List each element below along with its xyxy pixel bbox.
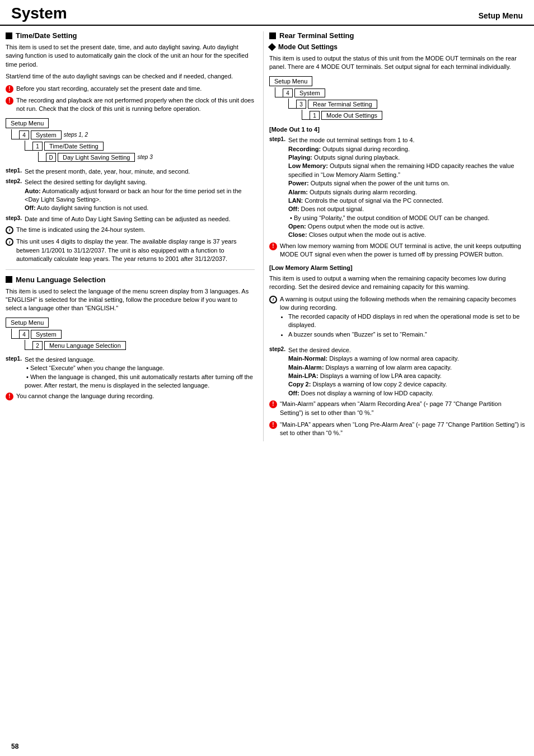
lang-step1-content: Set the desired language. • Select “Exec…	[25, 356, 255, 390]
step1-label: step1.	[6, 167, 22, 176]
mode-out-step1-content: Set the mode out terminal settings from …	[288, 136, 526, 240]
page-number: 58	[11, 743, 18, 750]
warning-icon-lm2: !	[269, 400, 277, 408]
time-date-note2: ! The recording and playback are not per…	[6, 96, 255, 114]
mode-out-step1: step1. Set the mode out terminal setting…	[269, 136, 526, 240]
step2-content: Select the desired setting for daylight …	[25, 178, 255, 213]
low-memory-note2-text: “Main-Alarm” appears when “Alarm Recordi…	[280, 400, 526, 417]
diag-menu-lang: Menu Language Selection	[44, 341, 126, 350]
mode-out-warning: ! When low memory warning from MODE OUT …	[269, 242, 526, 259]
time-note4: i This unit uses 4 digits to display the…	[6, 237, 255, 263]
diag-system-2: System	[31, 330, 62, 339]
diag-letter-d: D	[46, 153, 56, 162]
menu-language-heading: Menu Language Selection	[6, 276, 255, 284]
low-memory-note1-content: A warning is output using the following …	[280, 295, 526, 343]
diag-mode-out: Mode Out Settings	[321, 111, 382, 120]
rear-terminal-section: Rear Terminal Setting Mode Out Settings …	[269, 31, 526, 438]
time-note4-text: This unit uses 4 digits to display the y…	[16, 237, 255, 263]
diag-num-1b: 1	[310, 111, 320, 120]
low-memory-step2-num: step2.	[269, 346, 286, 398]
mode-out-step1-num: step1.	[269, 136, 286, 240]
steps-label-2: step 3	[137, 154, 152, 160]
time-note3: i The time is indicated using the 24-hou…	[6, 226, 255, 234]
step1-block: step1. Set the present month, date, year…	[6, 167, 255, 176]
mode-out-label: [Mode Out 1 to 4]	[269, 125, 526, 134]
low-memory-step2: step2. Set the desired device. Main-Norm…	[269, 346, 526, 398]
page-header: System Setup Menu	[0, 0, 534, 26]
lang-step1-label: step1.	[6, 356, 22, 390]
diag-num-1: 1	[32, 142, 43, 151]
rear-terminal-diagram: Setup Menu 4 System	[269, 76, 526, 121]
steps-label-1: steps 1, 2	[64, 132, 88, 138]
step2-block: step2. Select the desired setting for da…	[6, 178, 255, 213]
low-memory-note2: ! “Main-Alarm” appears when “Alarm Recor…	[269, 400, 526, 417]
bullet-2: A buzzer sounds when “Buzzer” is set to …	[288, 330, 526, 339]
heading-square-icon-2	[6, 276, 12, 283]
time-date-intro2: Start/end time of the auto daylight savi…	[6, 72, 255, 81]
diag-num-4c: 4	[283, 88, 293, 97]
diag-time-date: Time/Date Setting	[44, 142, 104, 151]
low-memory-label: [Low Memory Alarm Setting]	[269, 264, 526, 272]
diag-setup-menu-2: Setup Menu	[6, 318, 49, 328]
time-note3-text: The time is indicated using the 24-hour …	[16, 226, 146, 234]
low-memory-note1: i A warning is output using the followin…	[269, 295, 526, 343]
mode-out-subheading: Mode Out Settings	[269, 43, 526, 51]
info-icon-3: i	[269, 296, 277, 304]
time-date-intro1: This item is used to set the present dat…	[6, 43, 255, 69]
warning-icon-lang: !	[6, 393, 13, 400]
step3-block: step3. Date and time of Auto Day Light S…	[6, 215, 255, 223]
time-date-diagram: Setup Menu 4 System steps 1, 2	[6, 118, 255, 163]
lang-step1-block: step1. Set the desired language. • Selec…	[6, 356, 255, 390]
diag-num-2: 2	[32, 341, 43, 350]
diag-num-4: 4	[19, 130, 29, 139]
left-column: Time/Date Setting This item is used to s…	[6, 31, 263, 441]
step3-content: Date and time of Auto Day Light Saving S…	[25, 215, 255, 223]
menu-lang-diagram: Setup Menu 4 System 2	[6, 318, 255, 351]
warning-icon-mode: !	[269, 242, 277, 250]
low-memory-content: [Low Memory Alarm Setting] This item is …	[269, 264, 526, 438]
info-icon-1: i	[6, 226, 13, 234]
section-divider	[6, 269, 255, 270]
mode-out-warning-text: When low memory warning from MODE OUT te…	[280, 242, 526, 259]
warning-icon-2: !	[6, 97, 13, 105]
lang-note1: ! You cannot change the language during …	[6, 392, 255, 400]
diag-system-3: System	[294, 88, 325, 97]
warning-icon-lm3: !	[269, 421, 277, 429]
diag-system: System	[31, 130, 62, 139]
time-date-note1: ! Before you start recording, accurately…	[6, 85, 255, 93]
right-column: Rear Terminal Setting Mode Out Settings …	[263, 31, 526, 441]
step3-label: step3.	[6, 215, 22, 223]
time-date-section: Time/Date Setting This item is used to s…	[6, 31, 255, 264]
bullet-1: The recorded capacity of HDD displays in…	[288, 312, 526, 330]
diag-num-4b: 4	[19, 330, 29, 339]
main-content: Time/Date Setting This item is used to s…	[0, 31, 534, 441]
low-memory-note3-text: “Main-LPA” appears when “Long Pre-Alarm …	[280, 421, 526, 438]
low-memory-note3: ! “Main-LPA” appears when “Long Pre-Alar…	[269, 421, 526, 438]
page-subtitle: Setup Menu	[479, 11, 523, 20]
mode-out-content: [Mode Out 1 to 4] step1. Set the mode ou…	[269, 125, 526, 259]
low-memory-bullets: The recorded capacity of HDD displays in…	[288, 312, 526, 339]
low-memory-step2-content: Set the desired device. Main-Normal: Dis…	[288, 346, 526, 398]
heading-square-icon	[6, 32, 12, 39]
diamond-icon	[268, 43, 276, 51]
time-date-heading: Time/Date Setting	[6, 31, 255, 40]
rear-terminal-heading: Rear Terminal Setting	[269, 31, 526, 40]
diag-setup-menu-3: Setup Menu	[269, 76, 312, 86]
diag-setup-menu: Setup Menu	[6, 118, 49, 128]
page: System Setup Menu Time/Date Setting This…	[0, 0, 534, 756]
page-title: System	[11, 4, 67, 22]
diag-num-3: 3	[296, 100, 306, 109]
info-icon-2: i	[6, 238, 13, 246]
diag-rear-terminal: Rear Terminal Setting	[308, 100, 377, 109]
rear-terminal-intro: This item is used to output the status o…	[269, 54, 526, 72]
menu-language-section: Menu Language Selection This item is use…	[6, 276, 255, 401]
heading-square-icon-3	[269, 32, 276, 39]
step1-content: Set the present month, date, year, hour,…	[25, 167, 255, 176]
menu-language-intro: This item is used to select the language…	[6, 287, 255, 313]
low-memory-intro: This item is used to output a warning wh…	[269, 274, 526, 292]
warning-icon-1: !	[6, 85, 13, 93]
step2-label: step2.	[6, 178, 22, 213]
diag-daylight: Day Light Saving Setting	[58, 153, 135, 162]
